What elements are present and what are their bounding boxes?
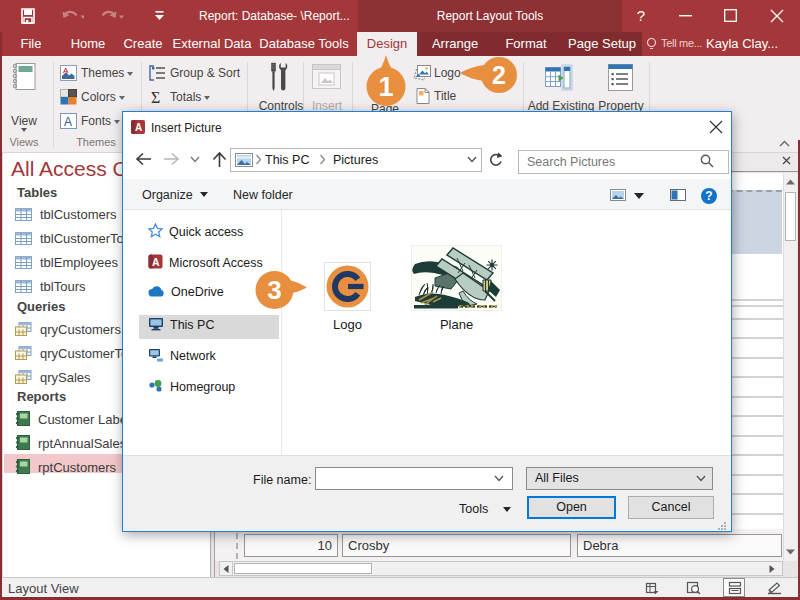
svg-text:Σ: Σ <box>151 89 160 105</box>
svg-text:1: 1 <box>378 72 393 102</box>
svg-text:A: A <box>63 66 69 75</box>
svg-text:A: A <box>64 115 72 129</box>
svg-text:2: 2 <box>492 61 506 89</box>
svg-text:A: A <box>135 122 142 133</box>
svg-text:3: 3 <box>267 275 281 305</box>
svg-text:A: A <box>152 256 160 268</box>
